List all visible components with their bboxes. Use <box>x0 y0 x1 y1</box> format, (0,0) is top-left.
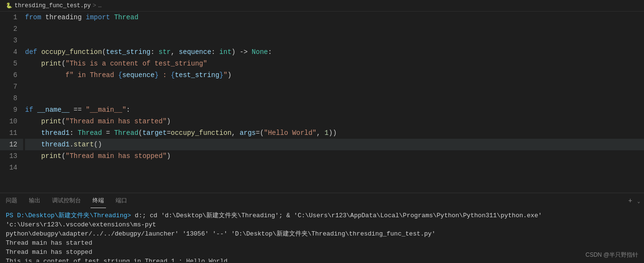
tab-problems[interactable]: 问题 <box>4 193 19 208</box>
terminal-command-line-2: python\debugpy\adapter/../../debugpy/lau… <box>6 229 638 238</box>
terminal-output-1: Thread main has started <box>6 238 638 248</box>
file-icon: 🐍 <box>6 2 13 9</box>
tab-terminal[interactable]: 终端 <box>91 193 106 208</box>
breadcrumb-sep: > <box>92 2 96 9</box>
code-line-9: if __name__ == "__main__" : <box>25 104 644 116</box>
terminal-output-3: This is a content of test_striung in Thr… <box>6 257 638 262</box>
code-content[interactable]: from threading import Thread def occupy_… <box>23 12 644 193</box>
code-line-12: thread1 . start () <box>25 139 644 150</box>
breadcrumb: 🐍 thresding_func_test.py > … <box>0 0 644 12</box>
filename: thresding_func_test.py <box>14 2 91 9</box>
code-line-3 <box>25 35 644 46</box>
terminal-output-2: Thread main has stopped <box>6 248 638 257</box>
code-line-6: f " in Thread { sequence } : { test_stri… <box>25 69 644 81</box>
breadcrumb-dots: … <box>98 2 102 9</box>
panel-tabs: 问题 输出 调试控制台 终端 端口 + ⌄ <box>0 193 644 208</box>
code-line-1: from threading import Thread <box>25 12 644 23</box>
code-line-2 <box>25 23 644 35</box>
watermark: CSDN @半只野指针 <box>585 251 638 259</box>
code-line-10: print ( "Thread main has started" ) <box>25 116 644 127</box>
tab-ports[interactable]: 端口 <box>114 193 129 208</box>
tab-output[interactable]: 输出 <box>27 193 42 208</box>
terminal-panel[interactable]: PS D:\Desktop\新建文件夹\Threading> d:; cd 'd… <box>0 208 644 262</box>
code-line-11: thread1 : Thread = Thread ( target = occ… <box>25 127 644 139</box>
tab-debug-console[interactable]: 调试控制台 <box>50 193 83 208</box>
line-numbers: 1 2 3 4 5 6 7 8 9 10 11 12 13 14 <box>0 12 23 193</box>
code-line-5: print ( "This is a content of test_striu… <box>25 58 644 69</box>
code-editor: 1 2 3 4 5 6 7 8 9 10 11 12 13 14 from th… <box>0 12 644 193</box>
terminal-command-line: PS D:\Desktop\新建文件夹\Threading> d:; cd 'd… <box>6 211 638 229</box>
add-terminal-button[interactable]: + ⌄ <box>628 197 640 205</box>
code-line-7 <box>25 81 644 92</box>
terminal-prompt-1: PS D:\Desktop\新建文件夹\Threading> <box>6 212 131 219</box>
code-line-13: print ( "Thread main has stopped" ) <box>25 150 644 162</box>
code-line-4: def occupy_function ( test_string : str … <box>25 46 644 58</box>
code-line-8 <box>25 92 644 104</box>
code-line-14 <box>25 162 644 173</box>
